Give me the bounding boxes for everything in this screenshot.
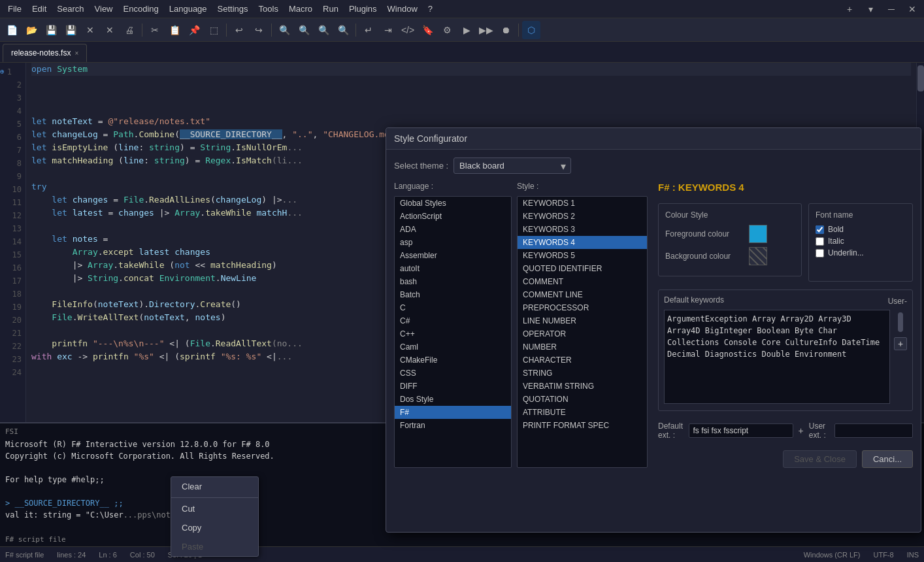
lang-item-asp[interactable]: asp (395, 236, 511, 249)
toolbar-undo[interactable]: ↩ (230, 21, 248, 39)
style-operator[interactable]: OPERATOR (518, 327, 647, 340)
toolbar-redo[interactable]: ↪ (250, 21, 268, 39)
lang-item-fsharp[interactable]: F# (395, 406, 511, 419)
lang-item-cmake[interactable]: CMakeFile (395, 354, 511, 367)
default-ext-input[interactable] (689, 423, 793, 438)
toolbar-indent[interactable]: ⇥ (379, 21, 397, 39)
lang-item-autoit[interactable]: autoIt (395, 262, 511, 275)
style-listbox[interactable]: KEYWORDS 1 KEYWORDS 2 KEYWORDS 3 KEYWORD… (517, 196, 648, 468)
toolbar-open[interactable]: 📂 (22, 21, 41, 39)
style-character[interactable]: CHARACTER (518, 354, 647, 367)
style-attribute[interactable]: ATTRIBUTE (518, 406, 647, 419)
lang-item-assembler[interactable]: Assembler (395, 249, 511, 262)
window-add-btn[interactable]: + (840, 0, 859, 18)
lang-item-global-styles[interactable]: Global Styles (395, 197, 511, 210)
style-quotation[interactable]: QUOTATION (518, 393, 647, 406)
toolbar-save[interactable]: 💾 (42, 21, 60, 39)
add-keyword-btn[interactable]: + (894, 337, 907, 350)
toolbar-run[interactable]: ▶ (457, 21, 476, 39)
style-verbatim[interactable]: VERBATIM STRING (518, 380, 647, 393)
menu-encoding[interactable]: Encoding (118, 3, 164, 15)
menu-file[interactable]: File (3, 3, 27, 15)
lang-item-bash[interactable]: bash (395, 275, 511, 288)
tab-close-btn[interactable]: × (74, 50, 78, 57)
bold-checkbox[interactable] (816, 225, 824, 234)
theme-select[interactable]: Black board (454, 157, 571, 174)
menu-plugins[interactable]: Plugins (344, 3, 382, 15)
menu-edit[interactable]: Edit (27, 3, 52, 15)
toolbar-zoom-custom[interactable]: 🔍 (334, 21, 352, 39)
underline-checkbox[interactable] (816, 249, 824, 257)
menu-view[interactable]: View (90, 3, 118, 15)
toolbar-record[interactable]: ⏺ (497, 21, 515, 39)
toolbar-paste[interactable]: 📌 (185, 21, 203, 39)
style-keywords5[interactable]: KEYWORDS 5 (518, 249, 647, 262)
italic-checkbox[interactable] (816, 237, 824, 246)
toolbar-save-all[interactable]: 💾 (61, 21, 80, 39)
window-minimize-btn[interactable]: ─ (882, 0, 900, 18)
style-comment[interactable]: COMMENT (518, 275, 647, 288)
lang-item-ada[interactable]: ADA (395, 223, 511, 236)
toolbar-plugin-active[interactable]: ⬡ (522, 21, 540, 39)
toolbar-cut[interactable]: ✂ (146, 21, 164, 39)
lang-item-fortran[interactable]: Fortran (395, 419, 511, 432)
cancel-btn[interactable]: Canci... (862, 450, 913, 468)
style-number[interactable]: NUMBER (518, 340, 647, 354)
menu-macro[interactable]: Macro (284, 3, 318, 15)
style-quoted-id[interactable]: QUOTED IDENTIFIER (518, 262, 647, 275)
style-comment-line[interactable]: COMMENT LINE (518, 288, 647, 301)
toolbar-close2[interactable]: ✕ (101, 21, 119, 39)
toolbar-wrap[interactable]: ↵ (359, 21, 378, 39)
style-preprocessor[interactable]: PREPROCESSOR (518, 301, 647, 314)
menu-language[interactable]: Language (164, 3, 212, 15)
menu-settings[interactable]: Settings (212, 3, 254, 15)
foreground-colour-swatch[interactable] (749, 225, 767, 243)
toolbar-new[interactable]: 📄 (3, 21, 21, 39)
lang-item-cpp[interactable]: C++ (395, 327, 511, 340)
toolbar-run2[interactable]: ▶▶ (477, 21, 495, 39)
window-close-btn[interactable]: ✕ (903, 0, 921, 18)
language-listbox[interactable]: Global Styles ActionScript ADA asp Assem… (394, 196, 512, 468)
toolbar-select-all[interactable]: ⬚ (205, 21, 223, 39)
keywords-scroll-thumb[interactable] (898, 312, 903, 332)
toolbar-zoom-restore[interactable]: 🔍 (314, 21, 333, 39)
lang-item-actionscript[interactable]: ActionScript (395, 210, 511, 223)
user-ext-input[interactable] (834, 423, 913, 438)
ctx-clear[interactable]: Clear (171, 477, 258, 496)
style-line-number[interactable]: LINE NUMBER (518, 314, 647, 327)
window-dropdown-btn[interactable]: ▾ (861, 0, 880, 18)
toolbar-zoom-in[interactable]: 🔍 (275, 21, 293, 39)
lang-item-caml[interactable]: Caml (395, 340, 511, 354)
menu-help[interactable]: ? (423, 3, 438, 15)
toolbar-format[interactable]: </> (399, 21, 417, 39)
style-string[interactable]: STRING (518, 367, 647, 380)
menu-tools[interactable]: Tools (254, 3, 284, 15)
style-keywords2[interactable]: KEYWORDS 2 (518, 210, 647, 223)
save-close-btn[interactable]: Save & Close (783, 450, 857, 468)
menu-search[interactable]: Search (52, 3, 89, 15)
lang-item-dos[interactable]: Dos Style (395, 393, 511, 406)
style-printf[interactable]: PRINTF FORMAT SPEC (518, 419, 647, 432)
ctx-paste[interactable]: Paste (171, 537, 258, 556)
style-keywords1[interactable]: KEYWORDS 1 (518, 197, 647, 210)
lang-item-c[interactable]: C (395, 301, 511, 314)
lang-item-css[interactable]: CSS (395, 367, 511, 380)
style-keywords3[interactable]: KEYWORDS 3 (518, 223, 647, 236)
toolbar-copy[interactable]: 📋 (165, 21, 184, 39)
toolbar-print[interactable]: 🖨 (120, 21, 139, 39)
lang-item-batch[interactable]: Batch (395, 288, 511, 301)
menu-run[interactable]: Run (318, 3, 344, 15)
ctx-copy[interactable]: Copy (171, 518, 258, 537)
keywords-textarea[interactable]: ArgumentException Array Array2D Array3D … (664, 310, 890, 404)
lang-item-diff[interactable]: DIFF (395, 380, 511, 393)
background-colour-swatch[interactable] (749, 247, 767, 265)
menu-window[interactable]: Window (382, 3, 423, 15)
style-keywords4[interactable]: KEYWORDS 4 (518, 236, 647, 249)
toolbar-zoom-out[interactable]: 🔍 (295, 21, 313, 39)
toolbar-close[interactable]: ✕ (81, 21, 99, 39)
toolbar-bookmark[interactable]: 🔖 (418, 21, 437, 39)
ctx-cut[interactable]: Cut (171, 499, 258, 518)
editor-tab[interactable]: release-notes.fsx × (3, 44, 87, 62)
toolbar-macro[interactable]: ⚙ (438, 21, 456, 39)
lang-item-csharp[interactable]: C# (395, 314, 511, 327)
